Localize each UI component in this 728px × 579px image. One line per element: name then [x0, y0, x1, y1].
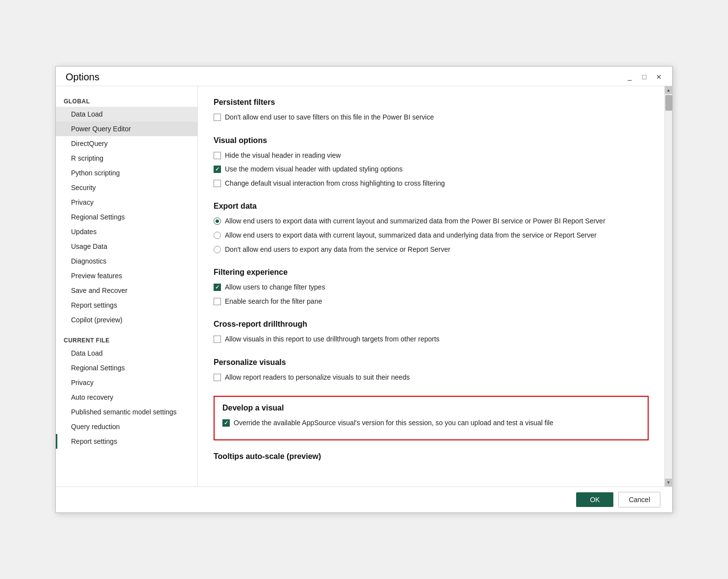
- section-filtering-experience: Filtering experience Allow users to chan…: [214, 268, 649, 306]
- sidebar-item-regional-settings-global[interactable]: Regional Settings: [56, 210, 197, 224]
- section-title-visual-options: Visual options: [214, 136, 649, 145]
- section-cross-report: Cross-report drillthrough Allow visuals …: [214, 320, 649, 344]
- section-visual-options: Visual options Hide the visual header in…: [214, 136, 649, 189]
- cancel-button[interactable]: Cancel: [618, 492, 660, 507]
- sidebar-item-query-reduction[interactable]: Query reduction: [56, 419, 197, 434]
- option-row: Use the modern visual header with update…: [214, 165, 649, 174]
- section-title-filtering-experience: Filtering experience: [214, 268, 649, 277]
- develop-visual-box: Develop a visual Override the available …: [214, 396, 649, 440]
- minimize-button[interactable]: ⎯: [624, 72, 635, 82]
- scrollbar-thumb[interactable]: [665, 95, 672, 111]
- label-export-data-1: Allow end users to export data with curr…: [225, 217, 606, 226]
- option-row: Don't allow end user to save filters on …: [214, 113, 649, 122]
- window-title: Options: [66, 72, 624, 83]
- radio-export-data-2[interactable]: [214, 232, 221, 239]
- radio-export-data-1[interactable]: [214, 217, 221, 225]
- option-row: Allow end users to export data with curr…: [214, 231, 649, 241]
- option-row: Change default visual interaction from c…: [214, 179, 649, 189]
- main-body: GLOBAL Data Load Power Query Editor Dire…: [56, 86, 672, 486]
- option-row: Allow users to change filter types: [214, 283, 649, 292]
- title-bar: Options ⎯ □ ✕: [56, 67, 672, 86]
- section-title-develop-visual: Develop a visual: [222, 404, 640, 412]
- sidebar-item-directquery[interactable]: DirectQuery: [56, 136, 197, 151]
- label-personalize-visuals: Allow report readers to personalize visu…: [225, 373, 410, 383]
- global-section-label: GLOBAL: [56, 94, 197, 107]
- option-row: Enable search for the filter pane: [214, 297, 649, 307]
- scrollbar-up-button[interactable]: ▲: [665, 86, 673, 94]
- sidebar-item-report-settings-current[interactable]: Report settings: [56, 434, 197, 449]
- label-allow-filter-types: Allow users to change filter types: [225, 283, 325, 292]
- scrollbar-down-button[interactable]: ▼: [665, 479, 673, 486]
- option-row: Allow visuals in this report to use dril…: [214, 335, 649, 344]
- option-row: Override the available AppSource visual'…: [222, 418, 640, 428]
- label-export-data-3: Don't allow end users to export any data…: [225, 245, 450, 255]
- section-persistent-filters: Persistent filters Don't allow end user …: [214, 98, 649, 122]
- radio-export-data-3[interactable]: [214, 246, 221, 253]
- sidebar: GLOBAL Data Load Power Query Editor Dire…: [56, 86, 198, 486]
- content-with-scroll: Persistent filters Don't allow end user …: [198, 86, 672, 486]
- maximize-button[interactable]: □: [639, 72, 650, 82]
- sidebar-item-preview-features[interactable]: Preview features: [56, 268, 197, 283]
- sidebar-item-diagnostics[interactable]: Diagnostics: [56, 254, 197, 268]
- section-personalize-visuals: Personalize visuals Allow report readers…: [214, 358, 649, 383]
- sidebar-item-copilot-preview[interactable]: Copilot (preview): [56, 313, 197, 327]
- sidebar-item-privacy-current[interactable]: Privacy: [56, 375, 197, 390]
- checkbox-develop-visual[interactable]: [222, 419, 230, 427]
- checkbox-personalize-visuals[interactable]: [214, 374, 221, 381]
- current-file-section-label: CURRENT FILE: [56, 333, 197, 346]
- label-develop-visual: Override the available AppSource visual'…: [234, 418, 553, 428]
- sidebar-item-data-load-current[interactable]: Data Load: [56, 346, 197, 361]
- checkbox-allow-filter-types[interactable]: [214, 284, 221, 291]
- checkbox-modern-visual-header[interactable]: [214, 166, 221, 173]
- section-tooltips: Tooltips auto-scale (preview): [214, 452, 649, 461]
- section-title-export-data: Export data: [214, 202, 649, 211]
- section-title-cross-report: Cross-report drillthrough: [214, 320, 649, 329]
- scrollbar-track: ▲ ▼: [664, 86, 672, 486]
- label-persistent-filters: Don't allow end user to save filters on …: [225, 113, 434, 122]
- ok-button[interactable]: OK: [576, 492, 613, 507]
- checkbox-persistent-filters[interactable]: [214, 114, 221, 121]
- close-button[interactable]: ✕: [654, 72, 664, 82]
- label-modern-visual-header: Use the modern visual header with update…: [225, 165, 403, 174]
- section-title-persistent-filters: Persistent filters: [214, 98, 649, 107]
- label-hide-visual-header: Hide the visual header in reading view: [225, 151, 341, 161]
- sidebar-item-save-and-recover[interactable]: Save and Recover: [56, 283, 197, 298]
- sidebar-item-auto-recovery[interactable]: Auto recovery: [56, 390, 197, 405]
- sidebar-item-updates[interactable]: Updates: [56, 224, 197, 239]
- title-bar-controls: ⎯ □ ✕: [624, 72, 664, 82]
- label-cross-highlighting: Change default visual interaction from c…: [225, 179, 445, 189]
- sidebar-item-power-query-editor[interactable]: Power Query Editor: [56, 121, 197, 136]
- label-export-data-2: Allow end users to export data with curr…: [225, 231, 597, 241]
- sidebar-item-usage-data[interactable]: Usage Data: [56, 239, 197, 254]
- options-window: Options ⎯ □ ✕ GLOBAL Data Load Power Que…: [55, 66, 673, 513]
- checkbox-cross-highlighting[interactable]: [214, 180, 221, 187]
- label-drillthrough: Allow visuals in this report to use dril…: [225, 335, 439, 344]
- sidebar-item-r-scripting[interactable]: R scripting: [56, 151, 197, 166]
- option-row: Allow report readers to personalize visu…: [214, 373, 649, 383]
- checkbox-drillthrough[interactable]: [214, 336, 221, 343]
- sidebar-item-regional-settings-current[interactable]: Regional Settings: [56, 361, 197, 375]
- content-scroll: Persistent filters Don't allow end user …: [198, 86, 664, 486]
- checkbox-hide-visual-header[interactable]: [214, 152, 221, 159]
- sidebar-item-security[interactable]: Security: [56, 180, 197, 195]
- checkbox-enable-search-filter[interactable]: [214, 298, 221, 305]
- section-export-data: Export data Allow end users to export da…: [214, 202, 649, 254]
- sidebar-item-privacy[interactable]: Privacy: [56, 195, 197, 210]
- section-title-tooltips: Tooltips auto-scale (preview): [214, 452, 649, 461]
- sidebar-item-data-load-global[interactable]: Data Load: [56, 107, 197, 121]
- option-row: Hide the visual header in reading view: [214, 151, 649, 161]
- sidebar-item-published-semantic[interactable]: Published semantic model settings: [56, 405, 197, 419]
- footer: OK Cancel: [56, 486, 672, 512]
- sidebar-item-report-settings-global[interactable]: Report settings: [56, 298, 197, 313]
- section-title-personalize-visuals: Personalize visuals: [214, 358, 649, 367]
- label-enable-search-filter: Enable search for the filter pane: [225, 297, 322, 307]
- sidebar-item-python-scripting[interactable]: Python scripting: [56, 166, 197, 180]
- option-row: Allow end users to export data with curr…: [214, 217, 649, 226]
- option-row: Don't allow end users to export any data…: [214, 245, 649, 255]
